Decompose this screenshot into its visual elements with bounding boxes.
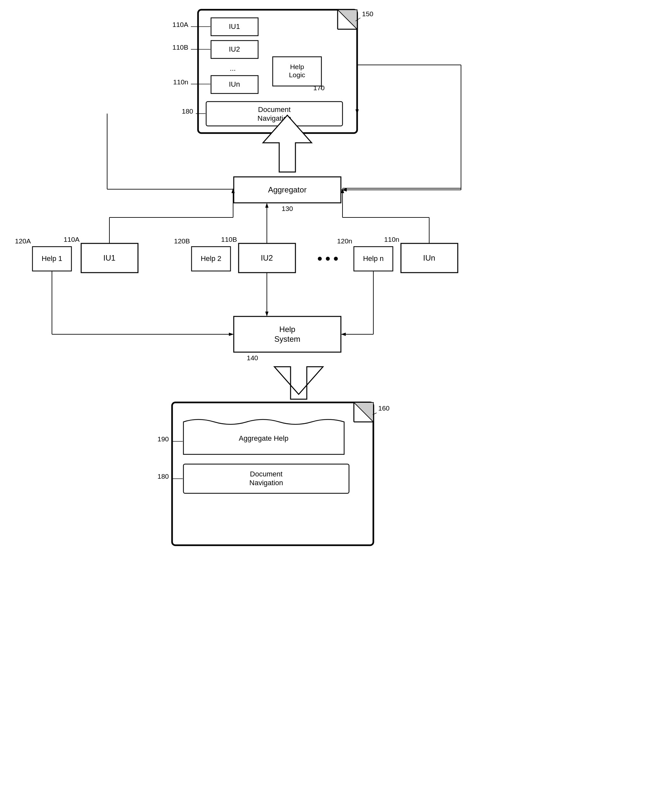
svg-marker-61 <box>341 188 344 193</box>
svg-text:120A: 120A <box>15 237 31 245</box>
svg-rect-30 <box>234 177 341 203</box>
svg-marker-67 <box>342 188 347 191</box>
svg-text:110A: 110A <box>173 21 188 28</box>
svg-marker-76 <box>229 333 234 336</box>
svg-rect-9 <box>211 76 258 93</box>
svg-line-24 <box>356 18 361 21</box>
svg-marker-55 <box>231 188 235 193</box>
svg-text:IU1: IU1 <box>103 253 115 262</box>
svg-line-90 <box>373 413 377 415</box>
svg-text:IU2: IU2 <box>261 253 273 262</box>
svg-rect-0 <box>198 10 357 133</box>
svg-marker-99 <box>342 188 347 191</box>
svg-text:110B: 110B <box>173 43 188 51</box>
svg-rect-33 <box>32 247 72 271</box>
svg-rect-36 <box>81 243 138 273</box>
svg-text:180: 180 <box>182 107 193 115</box>
svg-marker-29 <box>263 115 312 172</box>
svg-text:IUn: IUn <box>229 80 240 88</box>
svg-text:140: 140 <box>247 354 258 362</box>
svg-rect-6 <box>211 41 258 58</box>
svg-text:Help: Help <box>290 63 304 70</box>
svg-text:130: 130 <box>281 205 293 212</box>
svg-text:110B: 110B <box>221 236 237 243</box>
diagram-container: IU1 IU2 ... IUn Help Logic Document Navi… <box>0 0 648 812</box>
svg-text:Help 2: Help 2 <box>201 255 222 263</box>
svg-text:170: 170 <box>313 84 325 92</box>
svg-text:110n: 110n <box>173 78 188 85</box>
svg-text:● ● ●: ● ● ● <box>317 253 339 263</box>
svg-text:120n: 120n <box>337 237 352 245</box>
svg-rect-46 <box>354 247 393 271</box>
svg-rect-4 <box>211 18 258 36</box>
svg-text:Aggregator: Aggregator <box>268 185 307 194</box>
svg-text:Help: Help <box>279 325 295 334</box>
svg-rect-42 <box>238 243 295 273</box>
svg-marker-80 <box>274 367 323 399</box>
svg-rect-11 <box>273 57 321 86</box>
svg-rect-68 <box>234 316 341 352</box>
svg-marker-57 <box>265 203 269 208</box>
svg-text:110A: 110A <box>64 236 79 243</box>
svg-rect-39 <box>191 247 231 271</box>
svg-text:160: 160 <box>378 404 390 412</box>
svg-text:110n: 110n <box>384 236 399 243</box>
svg-rect-14 <box>206 102 342 126</box>
svg-marker-101 <box>356 109 359 114</box>
diagram-arrows: IU1 IU2 ... IUn Help Logic Document Navi… <box>0 0 648 812</box>
svg-text:Aggregate Help: Aggregate Help <box>239 434 289 443</box>
svg-text:Document: Document <box>258 105 290 114</box>
svg-text:System: System <box>274 334 300 343</box>
svg-rect-81 <box>172 403 373 545</box>
svg-text:Help n: Help n <box>363 255 384 263</box>
svg-marker-1 <box>338 10 357 29</box>
svg-text:120B: 120B <box>174 237 190 245</box>
svg-text:190: 190 <box>157 435 169 443</box>
svg-text:Logic: Logic <box>289 71 305 79</box>
svg-rect-86 <box>183 464 349 493</box>
svg-text:...: ... <box>230 64 236 72</box>
svg-marker-73 <box>265 311 269 316</box>
svg-rect-49 <box>401 243 458 273</box>
svg-marker-82 <box>354 403 373 422</box>
svg-text:180: 180 <box>157 473 169 480</box>
svg-text:Navigation: Navigation <box>257 114 291 122</box>
svg-text:Help 1: Help 1 <box>41 255 62 263</box>
svg-line-26 <box>321 86 322 89</box>
svg-text:IU2: IU2 <box>229 45 240 53</box>
svg-text:150: 150 <box>362 10 373 18</box>
svg-marker-79 <box>341 333 346 336</box>
svg-text:IUn: IUn <box>423 253 435 262</box>
svg-text:Navigation: Navigation <box>249 479 283 487</box>
svg-text:IU1: IU1 <box>229 22 240 31</box>
svg-text:Document: Document <box>250 470 283 478</box>
